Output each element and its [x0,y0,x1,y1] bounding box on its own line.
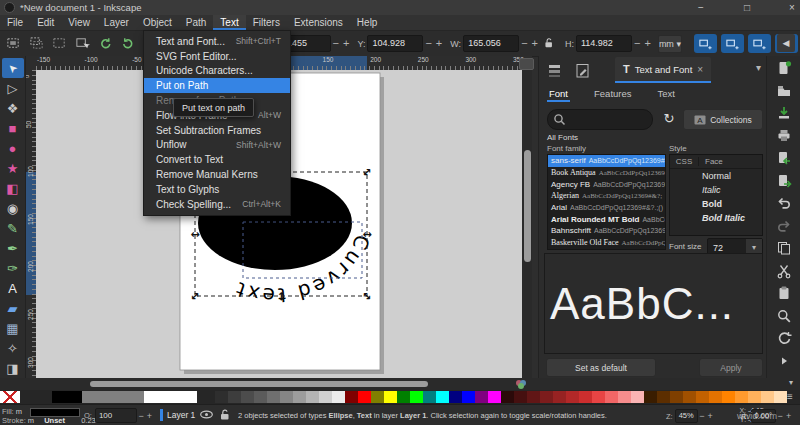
palette-swatch[interactable] [228,391,241,403]
palette-swatch[interactable] [293,391,306,403]
scale-stroke-toggle[interactable] [694,34,717,53]
menu-item-check-spelling[interactable]: Check Spelling...Ctrl+Alt+K [144,197,290,212]
decrease-button[interactable]: − [519,36,529,51]
menu-item-unicode-characters[interactable]: Unicode Characters... [144,64,290,79]
rectangle-tool-icon[interactable]: ■ [2,118,24,138]
refresh-font-list-icon[interactable]: ↻ [659,109,679,128]
palette-swatch[interactable] [488,391,501,403]
palette-swatch[interactable] [527,391,540,403]
rotation-decrease-button[interactable]: − [776,411,784,421]
font-row-baskerville-old-face[interactable]: Baskerville Old FaceAaBbCcDdPpQq12 [548,237,665,249]
style-bold-italic[interactable]: Bold Italic [670,211,762,225]
layer-lock-icon[interactable] [218,408,231,421]
menu-item-unflow[interactable]: UnflowShift+Alt+W [144,138,290,153]
menu-item-remove-manual-kerns[interactable]: Remove Manual Kerns [144,167,290,182]
font-row-algerian[interactable]: AlgerianAaBbCcDdPpQq12369#&?; [548,190,665,202]
menu-item-text-to-glyphs[interactable]: Text to Glyphs [144,182,290,197]
select-all-icon[interactable] [3,34,24,53]
selector-tool-icon[interactable]: ➤ [2,58,24,78]
scale-gradient-toggle[interactable] [748,34,771,53]
font-row-sans-serif[interactable]: sans-serifAaBbCcDdPpQq12369#&!? [548,155,665,167]
palette-swatch[interactable] [696,391,709,403]
menu-object[interactable]: Object [136,15,179,30]
rotate-icon[interactable] [775,329,793,347]
palette-swatch[interactable] [657,391,670,403]
lock-ratio-icon[interactable] [543,37,556,50]
toolbar-overflow-icon[interactable]: ▾ [789,378,796,387]
field-value-input[interactable]: 165.056 [463,35,519,52]
tab-font[interactable]: Font [547,86,570,102]
rotate-ccw-icon[interactable] [95,34,116,53]
palette-swatch[interactable] [306,391,319,403]
palette-swatch-white[interactable] [144,391,197,403]
star-tool-icon[interactable]: ★ [2,158,24,178]
restore-button[interactable]: □ [734,0,760,15]
palette-swatch[interactable] [553,391,566,403]
palette-swatch[interactable] [215,391,228,403]
text-tool-icon[interactable]: A [2,278,24,298]
font-row-arial-rounded-mt-bold[interactable]: Arial Rounded MT BoldAaBbCcDdPpQ [548,213,665,225]
menu-extensions[interactable]: Extensions [287,15,350,30]
open-icon[interactable] [775,82,793,100]
box3d-tool-icon[interactable]: ◧ [2,178,24,198]
rotation-increase-button[interactable]: + [784,411,792,421]
menu-filters[interactable]: Filters [246,15,287,30]
more-icon[interactable] [775,352,793,370]
close-tab-icon[interactable]: × [697,64,703,75]
opacity-decrease-button[interactable]: − [137,411,145,421]
palette-swatch[interactable] [267,391,280,403]
decrease-button[interactable]: − [632,36,642,51]
unit-selector[interactable]: mm ▾ [658,35,682,53]
palette-swatch[interactable] [358,391,371,403]
scrollbar-thumb[interactable] [90,381,428,387]
palette-swatch[interactable] [462,391,475,403]
pen-tool-icon[interactable]: ✒ [2,238,24,258]
zoom-in-button[interactable]: + [706,411,714,421]
cut-icon[interactable] [775,262,793,280]
shape-builder-tool-icon[interactable]: ❖ [2,98,24,118]
increase-button[interactable]: + [642,36,652,51]
deselect-icon[interactable] [49,34,70,53]
palette-swatch[interactable] [371,391,384,403]
palette-swatch[interactable] [748,391,761,403]
color-managed-icon[interactable] [513,378,529,390]
paste-icon[interactable] [775,284,793,302]
palette-swatch[interactable] [774,391,787,403]
mesh-tool-icon[interactable]: ▦ [2,318,24,338]
scrollbar-thumb[interactable] [524,150,531,262]
scale-corners-toggle[interactable] [721,34,744,53]
field-value-input[interactable]: 114.982 [576,35,632,52]
import-icon[interactable] [775,149,793,167]
increase-button[interactable]: + [434,36,444,51]
minimize-button[interactable]: − [688,0,714,15]
decrease-button[interactable]: − [423,36,433,51]
palette-swatch[interactable] [501,391,514,403]
collections-button[interactable]: A Collections [683,109,763,130]
palette-swatch[interactable] [735,391,748,403]
selectors-dialog-icon[interactable] [571,60,593,80]
export-icon[interactable] [775,172,793,190]
close-button[interactable]: × [779,0,800,15]
selection-handle[interactable]: ↔ [190,228,199,241]
menu-item-put-on-path[interactable]: Put on Path [144,78,290,93]
tab-text-and-font[interactable]: T Text and Font × [615,57,711,83]
collapse-toolbar-button[interactable]: ◀ [777,34,795,52]
menu-view[interactable]: View [61,15,97,30]
gradient-tool-icon[interactable]: ▰ [2,298,24,318]
palette-swatch[interactable] [384,391,397,403]
zoom-out-button[interactable]: − [698,411,706,421]
font-row-book-antiqua[interactable]: Book AntiquaAaBbCcDdPpQq12369# [548,167,665,179]
palette-swatch-gray50[interactable] [82,391,144,403]
selection-handle[interactable]: ↔ [275,291,288,300]
redo-icon[interactable] [775,217,793,235]
palette-swatch[interactable] [566,391,579,403]
palette-swatch[interactable] [345,391,358,403]
menu-help[interactable]: Help [350,15,385,30]
opacity-value[interactable]: 100 [95,408,137,423]
pencil-tool-icon[interactable]: ✎ [2,218,24,238]
palette-swatch[interactable] [670,391,683,403]
decrease-button[interactable]: − [331,36,341,51]
node-tool-icon[interactable]: ▷ [2,78,24,98]
layer-visibility-icon[interactable] [199,408,214,421]
menu-edit[interactable]: Edit [30,15,61,30]
